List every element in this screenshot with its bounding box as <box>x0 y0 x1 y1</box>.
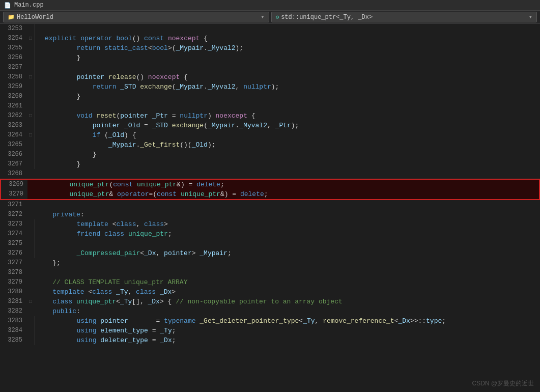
line-number: 3270 <box>1 189 27 199</box>
fold-button[interactable]: □ <box>26 111 35 121</box>
code-text: template <class, class> <box>43 219 540 229</box>
code-text: }; <box>35 258 540 268</box>
line-number: 3258 <box>0 72 26 82</box>
line-number: 3263 <box>0 121 26 130</box>
code-text: return static_cast<bool>(_Mypair._Myval2… <box>43 43 540 53</box>
code-text <box>43 63 540 72</box>
fold-button <box>26 306 35 316</box>
line-number: 3264 <box>0 130 26 140</box>
indent-guide <box>35 140 43 150</box>
line-number: 3259 <box>0 82 26 92</box>
title-bar: 📄 Main.cpp <box>0 0 540 11</box>
fold-button <box>26 169 35 179</box>
nav-right-icon: ⚙ <box>276 14 279 20</box>
fold-button <box>26 150 35 159</box>
code-line: 3266 } <box>0 150 540 159</box>
line-number: 3261 <box>0 101 26 111</box>
indent-guide <box>35 316 43 326</box>
code-line: 3264□ if (_Old) { <box>0 130 540 140</box>
code-text: using pointer = typename _Get_deleter_po… <box>43 316 540 326</box>
code-line: 3272 private: <box>0 210 540 219</box>
line-number: 3253 <box>0 24 26 34</box>
code-text <box>35 169 540 179</box>
line-number: 3271 <box>0 200 26 210</box>
code-line: 3277 }; <box>0 258 540 268</box>
fold-button <box>26 287 35 297</box>
line-number: 3254 <box>0 34 26 43</box>
fold-button[interactable]: □ <box>26 130 35 140</box>
code-text: pointer release() noexcept { <box>43 72 540 82</box>
indent-guide <box>35 219 43 229</box>
line-number: 3277 <box>0 258 26 268</box>
fold-button <box>26 219 35 229</box>
code-text: // CLASS TEMPLATE unique_ptr ARRAY <box>35 277 540 287</box>
line-number: 3280 <box>0 287 26 297</box>
fold-button[interactable]: □ <box>26 72 35 82</box>
line-number: 3276 <box>0 248 26 258</box>
indent-guide <box>35 159 43 169</box>
nav-item-left[interactable]: 📁 HelloWorld ▾ <box>3 12 269 22</box>
fold-button <box>27 180 36 189</box>
code-text: } <box>43 159 540 169</box>
fold-button <box>26 140 35 150</box>
fold-button <box>26 92 35 101</box>
code-line: 3258□ pointer release() noexcept { <box>0 72 540 82</box>
nav-right-dropdown[interactable]: ▾ <box>529 13 532 21</box>
code-line: 3280 template <class _Ty, class _Dx> <box>0 287 540 297</box>
fold-button <box>26 316 35 326</box>
fold-button <box>26 268 35 277</box>
indent-guide <box>35 34 43 43</box>
code-text: } <box>43 92 540 101</box>
code-text: unique_ptr(const unique_ptr&) = delete; <box>36 180 539 189</box>
line-number: 3268 <box>0 169 26 179</box>
code-line: 3269 unique_ptr(const unique_ptr&) = del… <box>0 179 540 189</box>
code-text: private: <box>35 210 540 219</box>
indent-guide <box>35 24 43 34</box>
code-line: 3261 <box>0 101 540 111</box>
fold-button[interactable]: □ <box>26 34 35 43</box>
code-text: using deleter_type = _Dx; <box>43 335 540 345</box>
nav-left-dropdown[interactable]: ▾ <box>261 13 264 21</box>
line-number: 3282 <box>0 306 26 316</box>
nav-item-right[interactable]: ⚙ std::unique_ptr<_Ty, _Dx> ▾ <box>271 12 537 22</box>
indent-guide <box>35 248 43 258</box>
code-text: unique_ptr& operator=(const unique_ptr&)… <box>36 189 539 199</box>
code-line: 3262□ void reset(pointer _Ptr = nullptr)… <box>0 111 540 121</box>
line-number: 3265 <box>0 140 26 150</box>
fold-button <box>26 82 35 92</box>
nav-right-text: std::unique_ptr<_Ty, _Dx> <box>281 14 373 21</box>
code-line: 3278 <box>0 268 540 277</box>
fold-button[interactable]: □ <box>26 297 35 306</box>
code-line: 3263 pointer _Old = _STD exchange(_Mypai… <box>0 121 540 130</box>
code-line: 3281□ class unique_ptr<_Ty[], _Dx> { // … <box>0 297 540 306</box>
fold-button <box>26 210 35 219</box>
code-line: 3275 <box>0 239 540 248</box>
code-text: _Compressed_pair<_Dx, pointer> _Mypair; <box>43 248 540 258</box>
line-number: 3255 <box>0 43 26 53</box>
code-line: 3274 friend class unique_ptr; <box>0 229 540 239</box>
indent-guide <box>35 326 43 335</box>
code-line: 3260 } <box>0 92 540 101</box>
code-line: 3255 return static_cast<bool>(_Mypair._M… <box>0 43 540 53</box>
fold-button <box>26 326 35 335</box>
line-number: 3266 <box>0 150 26 159</box>
code-line: 3257 <box>0 63 540 72</box>
indent-guide <box>35 43 43 53</box>
code-text: pointer _Old = _STD exchange(_Mypair._My… <box>43 121 540 130</box>
line-number: 3278 <box>0 268 26 277</box>
code-line: 3268 <box>0 169 540 179</box>
code-line: 3283 using pointer = typename _Get_delet… <box>0 316 540 326</box>
indent-guide <box>35 82 43 92</box>
code-text: explicit operator bool() const noexcept … <box>43 34 540 43</box>
code-text: friend class unique_ptr; <box>43 229 540 239</box>
indent-guide <box>35 63 43 72</box>
indent-guide <box>35 101 43 111</box>
indent-guide <box>35 111 43 121</box>
indent-guide <box>35 239 43 248</box>
code-text: template <class _Ty, class _Dx> <box>35 287 540 297</box>
fold-button <box>26 101 35 111</box>
line-number: 3269 <box>1 180 27 189</box>
fold-button <box>26 53 35 63</box>
fold-button <box>26 200 35 210</box>
code-line: 3259 return _STD exchange(_Mypair._Myval… <box>0 82 540 92</box>
